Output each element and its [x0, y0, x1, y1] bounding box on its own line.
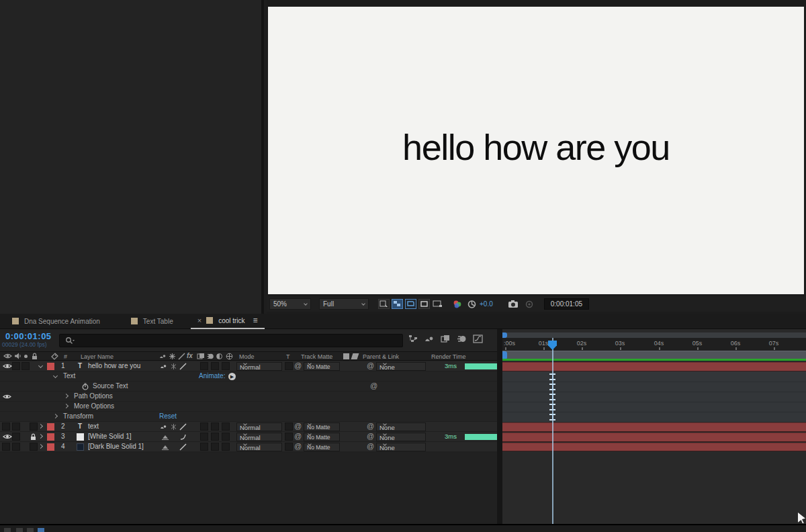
- lock-icon[interactable]: [30, 433, 36, 441]
- track-matte-dropdown[interactable]: No Matte: [304, 433, 340, 441]
- current-timecode[interactable]: 0:00:01:05: [5, 331, 52, 341]
- parent-link-column-header[interactable]: Parent & Link: [363, 353, 399, 360]
- exposure-value[interactable]: +0.0: [480, 300, 493, 308]
- layer-row-1[interactable]: 1 T hello how are you Normal @ No Matte …: [0, 361, 497, 371]
- property-name[interactable]: More Options: [74, 402, 114, 410]
- show-channels-icon[interactable]: [452, 300, 463, 309]
- matte-pickwhip-icon[interactable]: @: [294, 442, 302, 450]
- transparency-grid-icon[interactable]: [392, 299, 403, 309]
- exposure-icon[interactable]: [467, 300, 477, 309]
- eye-icon[interactable]: [3, 363, 12, 369]
- video-cell[interactable]: [2, 423, 10, 431]
- parent-dropdown[interactable]: None: [376, 443, 426, 451]
- track-matte-toggle-cell[interactable]: [285, 423, 293, 431]
- switch-cell[interactable]: [200, 423, 208, 431]
- snapshot-camera-icon[interactable]: [508, 300, 519, 308]
- close-icon[interactable]: ×: [197, 316, 202, 324]
- matte-pickwhip-icon[interactable]: @: [294, 361, 302, 369]
- quality-switch[interactable]: [179, 423, 187, 431]
- switch-cell[interactable]: [211, 443, 219, 451]
- track-matte-toggle-cell[interactable]: [285, 433, 293, 441]
- tab-dna-sequence-animation[interactable]: Dna Sequence Animation: [5, 314, 107, 329]
- property-pickwhip-icon[interactable]: @: [370, 382, 377, 390]
- quality-switch-draft[interactable]: [179, 433, 187, 441]
- parent-pickwhip-icon[interactable]: @: [367, 432, 374, 440]
- parent-dropdown[interactable]: None: [376, 362, 426, 371]
- track-matte-dropdown[interactable]: No Matte: [304, 362, 340, 371]
- transform-row[interactable]: Transform Reset: [0, 412, 497, 422]
- timeline-navigator[interactable]: [502, 332, 806, 338]
- property-name[interactable]: Transform: [63, 412, 93, 420]
- parent-pickwhip-icon[interactable]: @: [367, 422, 374, 430]
- more-options-row[interactable]: More Options: [0, 402, 497, 412]
- chevron-down-icon[interactable]: [38, 363, 43, 368]
- switch-cell[interactable]: [211, 433, 219, 441]
- toggle-icon[interactable]: [4, 528, 11, 532]
- switch-cell[interactable]: [222, 423, 230, 431]
- matte-pickwhip-icon[interactable]: @: [294, 432, 302, 440]
- toggle-icon[interactable]: [16, 528, 23, 532]
- eye-icon[interactable]: [3, 433, 12, 440]
- chevron-right-icon[interactable]: [53, 414, 58, 418]
- mask-visibility-icon[interactable]: [418, 299, 430, 309]
- reset-button[interactable]: Reset: [159, 412, 177, 420]
- collapse-switch[interactable]: [161, 433, 169, 441]
- toggle-icon[interactable]: [27, 528, 34, 532]
- collapse-switch[interactable]: [161, 443, 169, 451]
- preview-region-icon[interactable]: [432, 299, 443, 309]
- motion-blur-icon[interactable]: [457, 335, 467, 343]
- property-group-name[interactable]: Text: [63, 372, 75, 380]
- layer-name[interactable]: hello how are you: [88, 362, 140, 369]
- layer-name[interactable]: text: [88, 423, 99, 430]
- chevron-right-icon[interactable]: [38, 424, 43, 429]
- parent-pickwhip-icon[interactable]: @: [367, 361, 374, 369]
- layer-bar-2[interactable]: [502, 423, 806, 432]
- audio-cell[interactable]: [12, 443, 20, 451]
- tab-text-table[interactable]: Text Table: [124, 314, 180, 329]
- navigator-start-handle[interactable]: [502, 332, 507, 338]
- path-options-row[interactable]: Path Options: [0, 392, 497, 402]
- resolution-dropdown[interactable]: Full: [319, 298, 369, 310]
- work-area-bar[interactable]: [502, 351, 806, 359]
- layer-name[interactable]: [Dark Blue Solid 1]: [88, 443, 144, 450]
- track-matte-column-header[interactable]: Track Matte: [301, 353, 332, 360]
- switch-cell[interactable]: [222, 443, 230, 451]
- shy-layers-icon[interactable]: [424, 335, 435, 343]
- audio-cell[interactable]: [12, 423, 20, 431]
- track-matte-toggle-cell[interactable]: [285, 362, 293, 370]
- panel-menu-icon[interactable]: ≡: [253, 316, 258, 325]
- switch-cell[interactable]: [211, 423, 219, 431]
- region-of-interest-icon[interactable]: [405, 299, 416, 309]
- audio-cell[interactable]: [12, 362, 20, 370]
- track-matte-dropdown[interactable]: No Matte: [304, 423, 340, 431]
- show-snapshot-icon[interactable]: [525, 300, 535, 308]
- track-matte-dropdown[interactable]: No Matte: [304, 443, 340, 451]
- viewer-timecode[interactable]: 0:00:01:05: [544, 298, 589, 310]
- blend-mode-dropdown[interactable]: Normal: [236, 362, 282, 371]
- switch-cell[interactable]: [200, 362, 208, 370]
- comp-text-layer[interactable]: hello how are you: [268, 126, 804, 168]
- render-time-column-header[interactable]: Render Time: [431, 353, 466, 360]
- label-color-swatch[interactable]: [47, 433, 54, 441]
- timeline-divider[interactable]: [497, 329, 502, 532]
- lock-cell[interactable]: [30, 443, 38, 451]
- label-color-swatch[interactable]: [47, 363, 54, 370]
- text-group-row[interactable]: Text Animate: ▶: [0, 371, 497, 382]
- parent-pickwhip-icon[interactable]: @: [367, 442, 374, 450]
- stopwatch-icon[interactable]: [82, 383, 89, 390]
- video-cell[interactable]: [2, 443, 10, 451]
- mini-flowchart-icon[interactable]: [408, 335, 418, 343]
- collapse-switch[interactable]: [170, 363, 177, 370]
- graph-editor-icon[interactable]: [473, 335, 483, 343]
- solo-cell[interactable]: [21, 362, 30, 370]
- layer-row-4[interactable]: 4 [Dark Blue Solid 1] Normal @ No Matte …: [0, 442, 497, 452]
- property-name[interactable]: Path Options: [74, 392, 113, 400]
- chevron-right-icon[interactable]: [38, 434, 43, 439]
- layer-name-column-header[interactable]: Layer Name: [81, 353, 114, 360]
- timeline-search-input[interactable]: [59, 334, 403, 347]
- shy-switch[interactable]: [160, 423, 167, 431]
- source-text-row[interactable]: Source Text @: [0, 382, 497, 392]
- shy-switch[interactable]: [160, 363, 167, 370]
- switch-cell[interactable]: [200, 433, 208, 441]
- layer-name[interactable]: [White Solid 1]: [88, 433, 131, 440]
